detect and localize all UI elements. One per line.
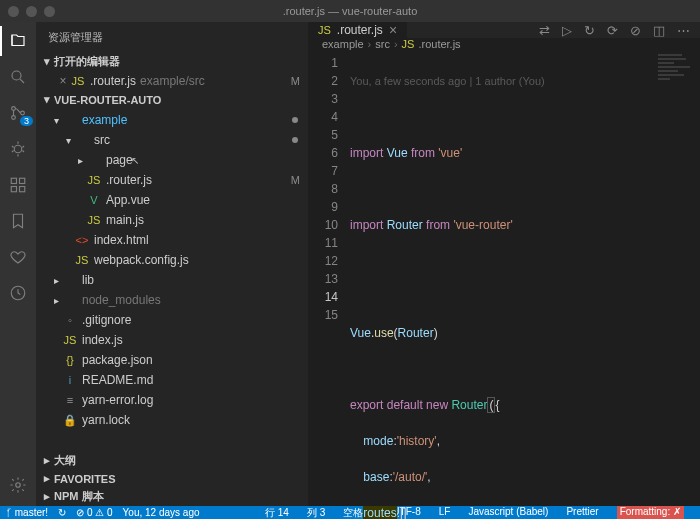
split-icon[interactable]: ◫ — [653, 23, 665, 38]
settings-icon[interactable] — [7, 474, 29, 496]
max-dot[interactable] — [44, 6, 55, 17]
code-content[interactable]: You, a few seconds ago | 1 author (You) … — [350, 50, 545, 519]
file-item[interactable]: JS.router.jsM — [36, 170, 308, 190]
svg-point-2 — [12, 116, 16, 120]
stop-icon[interactable]: ⊘ — [630, 23, 641, 38]
svg-rect-5 — [11, 178, 16, 183]
file-icon: ◦ — [62, 314, 78, 326]
file-icon: i — [62, 374, 78, 386]
folder-item[interactable]: ▸node_modules — [36, 290, 308, 310]
open-editors-header[interactable]: ▾打开的编辑器 — [36, 52, 308, 71]
file-icon: JS — [62, 334, 78, 346]
window-title: .router.js — vue-router-auto — [283, 5, 418, 17]
file-item[interactable]: JSmain.js — [36, 210, 308, 230]
file-icon: V — [86, 194, 102, 206]
file-icon: <> — [74, 234, 90, 246]
svg-point-0 — [12, 71, 21, 80]
file-item[interactable]: VApp.vue — [36, 190, 308, 210]
file-icon: JS — [86, 174, 102, 186]
file-item[interactable]: <>index.html — [36, 230, 308, 250]
window-controls[interactable] — [8, 6, 55, 17]
folder-item[interactable]: ▾src — [36, 130, 308, 150]
file-item[interactable]: {}package.json — [36, 350, 308, 370]
svg-point-1 — [12, 107, 16, 111]
file-icon: 🔒 — [62, 414, 78, 427]
npm-header[interactable]: ▸NPM 脚本 — [36, 487, 308, 506]
chevron-icon: ▾ — [62, 135, 74, 146]
chevron-icon: ▾ — [50, 115, 62, 126]
file-item[interactable]: 🔒yarn.lock — [36, 410, 308, 430]
scm-badge: 3 — [20, 116, 33, 126]
svg-point-3 — [21, 111, 25, 115]
outline-header[interactable]: ▸大纲 — [36, 451, 308, 470]
svg-rect-8 — [20, 187, 25, 192]
more-icon[interactable]: ⋯ — [677, 23, 690, 38]
folder-item[interactable]: ▸lib — [36, 270, 308, 290]
chevron-icon: ▸ — [50, 295, 62, 306]
js-icon: JS — [70, 75, 86, 87]
activity-bar: 3 — [0, 22, 36, 506]
tab-label: .router.js — [337, 23, 383, 37]
minimap[interactable] — [658, 54, 698, 94]
modified-dot — [292, 117, 298, 123]
sidebar-title: 资源管理器 — [36, 22, 308, 52]
js-icon: JS — [402, 38, 415, 50]
modified-dot — [292, 137, 298, 143]
file-item[interactable]: JSindex.js — [36, 330, 308, 350]
bookmark-icon[interactable] — [7, 210, 29, 232]
breadcrumb[interactable]: example› src› JS .router.js — [308, 38, 700, 50]
file-icon: JS — [74, 254, 90, 266]
file-item[interactable]: iREADME.md — [36, 370, 308, 390]
tab-router-js[interactable]: JS .router.js × — [308, 22, 408, 38]
chevron-icon: ▸ — [74, 155, 86, 166]
file-icon: JS — [86, 214, 102, 226]
editor-area: JS .router.js × ⇄ ▷ ↻ ⟳ ⊘ ◫ ⋯ example› s… — [308, 22, 700, 506]
refresh-icon[interactable]: ↻ — [584, 23, 595, 38]
chevron-icon: ▸ — [50, 275, 62, 286]
blame-status[interactable]: You, 12 days ago — [123, 507, 200, 518]
code-editor[interactable]: 123456789101112131415 You, a few seconds… — [308, 50, 700, 519]
editor-actions: ⇄ ▷ ↻ ⟳ ⊘ ◫ ⋯ — [529, 22, 700, 38]
tab-close-icon[interactable]: × — [389, 22, 397, 38]
cursor-icon: ↖ — [131, 155, 139, 166]
compare-icon[interactable]: ⇄ — [539, 23, 550, 38]
folder-item[interactable]: ▸page↖ — [36, 150, 308, 170]
svg-rect-6 — [20, 178, 25, 183]
run-icon[interactable]: ▷ — [562, 23, 572, 38]
line-item[interactable]: 行 14 — [265, 506, 289, 519]
debug-icon[interactable] — [7, 138, 29, 160]
scm-icon[interactable]: 3 — [7, 102, 29, 124]
file-item[interactable]: ≡yarn-error.log — [36, 390, 308, 410]
min-dot[interactable] — [26, 6, 37, 17]
line-gutter: 123456789101112131415 — [308, 50, 350, 519]
file-tree[interactable]: ▾example▾src▸page↖JS.router.jsMVApp.vueJ… — [36, 108, 308, 451]
svg-point-4 — [14, 145, 22, 153]
close-dot[interactable] — [8, 6, 19, 17]
search-icon[interactable] — [7, 66, 29, 88]
file-icon: {} — [62, 354, 78, 366]
tab-bar: JS .router.js × ⇄ ▷ ↻ ⟳ ⊘ ◫ ⋯ — [308, 22, 700, 38]
extensions-icon[interactable] — [7, 174, 29, 196]
branch-item[interactable]: ᚶ master! — [6, 507, 48, 518]
js-icon: JS — [318, 24, 331, 36]
project-header[interactable]: ▾VUE-ROUTER-AUTO — [36, 91, 308, 108]
sync-icon[interactable]: ⟳ — [607, 23, 618, 38]
close-icon[interactable]: × — [56, 74, 70, 88]
heart-icon[interactable] — [7, 246, 29, 268]
file-icon: ≡ — [62, 394, 78, 406]
errors-item[interactable]: ⊘ 0 ⚠ 0 — [76, 507, 112, 518]
svg-rect-7 — [11, 187, 16, 192]
file-item[interactable]: JSwebpack.config.js — [36, 250, 308, 270]
sync-item[interactable]: ↻ — [58, 507, 66, 518]
favorites-header[interactable]: ▸FAVORITES — [36, 470, 308, 487]
blame-annotation: You, a few seconds ago | 1 author (You) — [350, 75, 545, 87]
titlebar: .router.js — vue-router-auto — [0, 0, 700, 22]
explorer-icon[interactable] — [7, 30, 29, 52]
open-editor-item[interactable]: ×JS.router.js example/srcM — [36, 71, 308, 91]
project-icon[interactable] — [7, 282, 29, 304]
file-item[interactable]: ◦.gitignore — [36, 310, 308, 330]
folder-item[interactable]: ▾example — [36, 110, 308, 130]
svg-point-10 — [16, 483, 21, 488]
sidebar: 资源管理器 ▾打开的编辑器 ×JS.router.js example/srcM… — [36, 22, 308, 506]
